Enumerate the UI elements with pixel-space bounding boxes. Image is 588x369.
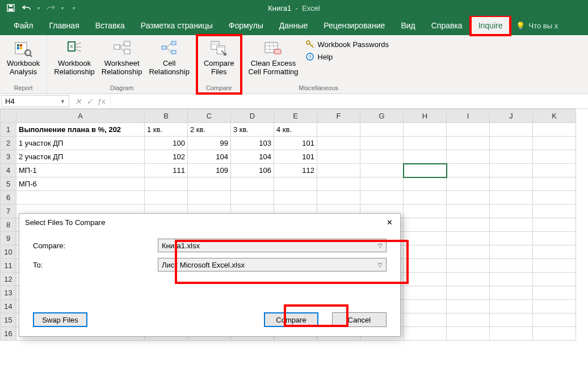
swap-files-button[interactable]: Swap Files [33,312,87,327]
title-bar: ▾ ▾ ▾ Книга1 - Excel [0,0,588,16]
svg-rect-17 [171,41,176,45]
active-cell[interactable] [404,164,447,177]
worksheet-relationship-button[interactable]: Worksheet Relationship [98,37,146,78]
svg-rect-16 [162,46,166,49]
help-icon: ? [305,52,314,61]
cancel-formula-icon[interactable]: ✕ [75,97,82,106]
svg-rect-4 [17,44,19,46]
to-file-dropdown[interactable]: Лист Microsoft Excel.xlsx ▽ [158,258,387,272]
window-title: Книга1 - Excel [268,4,320,12]
tab-help[interactable]: Справка [423,16,471,35]
tab-inquire[interactable]: Inquire [471,16,511,35]
compare-files-button[interactable]: Compare Files [200,37,237,78]
fx-icon[interactable]: ƒx [98,97,106,105]
tell-me-search[interactable]: 💡 Что вы х [510,16,564,35]
tab-formulas[interactable]: Формулы [221,16,271,35]
select-files-dialog: Select Files To Compare ✕ Compare: Книга… [19,213,401,337]
close-icon[interactable]: ✕ [384,218,394,228]
svg-rect-29 [274,49,281,54]
tab-review[interactable]: Рецензирование [316,16,393,35]
svg-rect-13 [114,45,120,49]
name-box[interactable]: H4 ▼ [1,95,69,107]
help-button[interactable]: ? Help [302,51,392,62]
table-row[interactable]: 1 Выполнение плана в %, 202 1 кв. 2 кв. … [1,123,576,137]
workbook-analysis-button[interactable]: Workbook Analysis [3,37,43,78]
compare-button[interactable]: Compare [264,312,318,327]
group-label-misc: Miscellaneous [241,84,396,94]
table-row[interactable]: 5МП-6 [1,177,576,191]
lightbulb-icon: 💡 [516,22,525,30]
compare-label: Compare: [33,241,158,250]
group-label-report: Report [0,84,47,94]
tab-view[interactable]: Вид [393,16,423,35]
tab-home[interactable]: Главная [41,16,87,35]
workbook-passwords-button[interactable]: Workbook Passwords [302,39,392,50]
qat-customize-icon[interactable]: ▾ [72,6,76,11]
tab-file[interactable]: Файл [6,16,41,35]
compare-files-icon [209,39,229,58]
chevron-down-icon: ▽ [378,262,383,268]
tab-pagelayout[interactable]: Разметка страницы [133,16,221,35]
to-label: To: [33,261,158,269]
column-headers[interactable]: ABC DEF GHI JK [1,109,576,123]
clean-excess-formatting-button[interactable]: Clean Excess Cell Formatting [245,37,301,78]
cell-relationship-button[interactable]: Cell Relationship [145,37,193,78]
qat-sep: ▾ [36,6,41,11]
key-icon [305,40,314,49]
clean-formatting-icon [263,39,283,58]
formula-bar-buttons: ✕ ✓ ƒx [70,94,110,108]
svg-rect-18 [171,50,176,54]
workbook-analysis-icon [14,39,33,58]
undo-icon[interactable] [20,2,33,14]
svg-rect-6 [17,47,19,49]
group-diagram: X Workbook Relationship Worksheet Relati… [47,35,197,94]
workbook-relationship-icon: X [65,39,84,58]
group-label-diagram: Diagram [47,84,196,94]
svg-text:X: X [70,44,73,49]
tab-data[interactable]: Данные [271,16,316,35]
chevron-down-icon[interactable]: ▼ [60,99,65,104]
redo-icon[interactable] [44,2,57,14]
group-compare: Compare Files Compare [197,35,241,94]
svg-rect-5 [20,44,22,46]
group-label-compare: Compare [197,84,241,94]
table-row[interactable]: 21 участок ДП10099103101 [1,137,576,150]
group-report: Workbook Analysis Report [0,35,47,94]
svg-rect-14 [124,41,130,46]
cancel-button[interactable]: Cancel [332,312,387,327]
svg-text:?: ? [308,54,311,60]
worksheet-relationship-icon [112,39,132,58]
table-row[interactable]: 6 [1,191,576,205]
formula-bar: H4 ▼ ✕ ✓ ƒx [0,94,588,109]
table-row[interactable]: 4МП-1111109106112 [1,164,576,177]
enter-formula-icon[interactable]: ✓ [86,97,93,106]
compare-file-dropdown[interactable]: Книга1.xlsx ▽ [158,239,387,252]
svg-rect-2 [9,5,12,7]
qat-dropdown-icon[interactable]: ▾ [60,6,65,11]
dialog-title: Select Files To Compare [25,218,105,228]
save-icon[interactable] [5,2,17,14]
svg-rect-7 [20,47,22,49]
quick-access-toolbar: ▾ ▾ ▾ [0,2,76,14]
svg-rect-15 [124,49,130,54]
cell-relationship-icon [159,39,179,58]
ribbon: Workbook Analysis Report X Workbook Rela… [0,35,588,94]
svg-rect-1 [9,9,13,11]
svg-line-9 [30,55,32,57]
table-row[interactable]: 32 участок ДП102104104101 [1,150,576,164]
workbook-relationship-button[interactable]: X Workbook Relationship [51,37,98,78]
group-misc: Clean Excess Cell Formatting Workbook Pa… [241,35,396,94]
ribbon-tabs: Файл Главная Вставка Разметка страницы Ф… [0,16,588,35]
tab-insert[interactable]: Вставка [87,16,133,35]
formula-input[interactable] [110,94,588,108]
chevron-down-icon: ▽ [378,243,383,249]
